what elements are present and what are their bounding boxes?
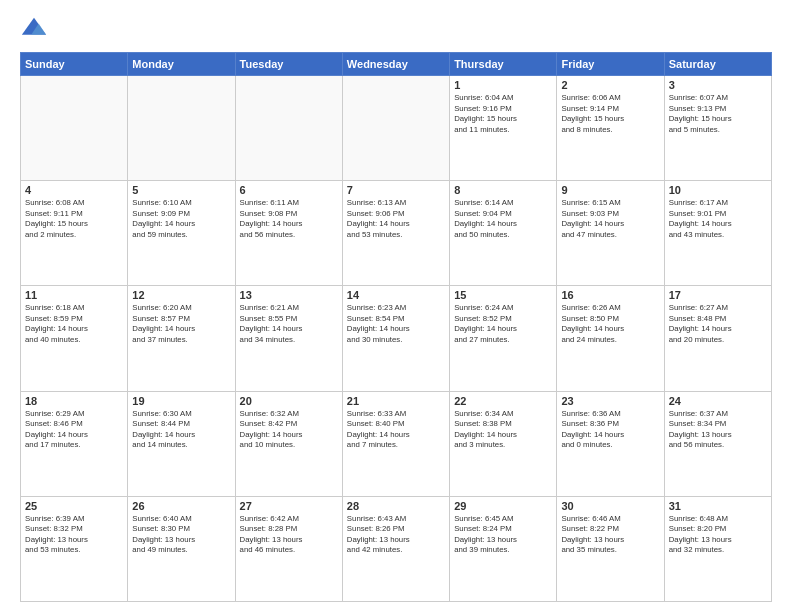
day-number: 27 <box>240 500 338 512</box>
day-number: 11 <box>25 289 123 301</box>
day-number: 31 <box>669 500 767 512</box>
day-info: Sunrise: 6:46 AM Sunset: 8:22 PM Dayligh… <box>561 514 659 556</box>
day-number: 13 <box>240 289 338 301</box>
day-info: Sunrise: 6:08 AM Sunset: 9:11 PM Dayligh… <box>25 198 123 240</box>
calendar-day-cell: 23Sunrise: 6:36 AM Sunset: 8:36 PM Dayli… <box>557 391 664 496</box>
calendar-day-cell: 27Sunrise: 6:42 AM Sunset: 8:28 PM Dayli… <box>235 496 342 601</box>
calendar-week-row: 18Sunrise: 6:29 AM Sunset: 8:46 PM Dayli… <box>21 391 772 496</box>
day-info: Sunrise: 6:39 AM Sunset: 8:32 PM Dayligh… <box>25 514 123 556</box>
day-number: 30 <box>561 500 659 512</box>
calendar-day-cell: 10Sunrise: 6:17 AM Sunset: 9:01 PM Dayli… <box>664 181 771 286</box>
calendar-day-cell: 17Sunrise: 6:27 AM Sunset: 8:48 PM Dayli… <box>664 286 771 391</box>
calendar-day-header: Sunday <box>21 53 128 76</box>
day-info: Sunrise: 6:45 AM Sunset: 8:24 PM Dayligh… <box>454 514 552 556</box>
day-info: Sunrise: 6:34 AM Sunset: 8:38 PM Dayligh… <box>454 409 552 451</box>
calendar-day-cell: 21Sunrise: 6:33 AM Sunset: 8:40 PM Dayli… <box>342 391 449 496</box>
logo <box>20 16 52 44</box>
calendar-day-cell: 2Sunrise: 6:06 AM Sunset: 9:14 PM Daylig… <box>557 76 664 181</box>
calendar-day-cell: 29Sunrise: 6:45 AM Sunset: 8:24 PM Dayli… <box>450 496 557 601</box>
day-number: 2 <box>561 79 659 91</box>
day-info: Sunrise: 6:43 AM Sunset: 8:26 PM Dayligh… <box>347 514 445 556</box>
calendar-week-row: 25Sunrise: 6:39 AM Sunset: 8:32 PM Dayli… <box>21 496 772 601</box>
day-info: Sunrise: 6:37 AM Sunset: 8:34 PM Dayligh… <box>669 409 767 451</box>
calendar-table: SundayMondayTuesdayWednesdayThursdayFrid… <box>20 52 772 602</box>
day-info: Sunrise: 6:15 AM Sunset: 9:03 PM Dayligh… <box>561 198 659 240</box>
day-info: Sunrise: 6:13 AM Sunset: 9:06 PM Dayligh… <box>347 198 445 240</box>
day-number: 6 <box>240 184 338 196</box>
day-info: Sunrise: 6:40 AM Sunset: 8:30 PM Dayligh… <box>132 514 230 556</box>
calendar-day-header: Monday <box>128 53 235 76</box>
calendar-day-cell: 18Sunrise: 6:29 AM Sunset: 8:46 PM Dayli… <box>21 391 128 496</box>
logo-icon <box>20 16 48 44</box>
calendar-week-row: 4Sunrise: 6:08 AM Sunset: 9:11 PM Daylig… <box>21 181 772 286</box>
day-info: Sunrise: 6:29 AM Sunset: 8:46 PM Dayligh… <box>25 409 123 451</box>
day-number: 22 <box>454 395 552 407</box>
day-info: Sunrise: 6:20 AM Sunset: 8:57 PM Dayligh… <box>132 303 230 345</box>
calendar-day-cell <box>128 76 235 181</box>
calendar-week-row: 11Sunrise: 6:18 AM Sunset: 8:59 PM Dayli… <box>21 286 772 391</box>
day-info: Sunrise: 6:26 AM Sunset: 8:50 PM Dayligh… <box>561 303 659 345</box>
calendar-day-cell: 24Sunrise: 6:37 AM Sunset: 8:34 PM Dayli… <box>664 391 771 496</box>
day-number: 16 <box>561 289 659 301</box>
day-info: Sunrise: 6:33 AM Sunset: 8:40 PM Dayligh… <box>347 409 445 451</box>
calendar-week-row: 1Sunrise: 6:04 AM Sunset: 9:16 PM Daylig… <box>21 76 772 181</box>
day-number: 26 <box>132 500 230 512</box>
day-info: Sunrise: 6:04 AM Sunset: 9:16 PM Dayligh… <box>454 93 552 135</box>
calendar-day-cell: 20Sunrise: 6:32 AM Sunset: 8:42 PM Dayli… <box>235 391 342 496</box>
day-info: Sunrise: 6:14 AM Sunset: 9:04 PM Dayligh… <box>454 198 552 240</box>
day-info: Sunrise: 6:32 AM Sunset: 8:42 PM Dayligh… <box>240 409 338 451</box>
day-number: 29 <box>454 500 552 512</box>
page: SundayMondayTuesdayWednesdayThursdayFrid… <box>0 0 792 612</box>
day-number: 1 <box>454 79 552 91</box>
calendar-day-cell: 12Sunrise: 6:20 AM Sunset: 8:57 PM Dayli… <box>128 286 235 391</box>
calendar-day-header: Friday <box>557 53 664 76</box>
calendar-day-cell: 6Sunrise: 6:11 AM Sunset: 9:08 PM Daylig… <box>235 181 342 286</box>
day-number: 3 <box>669 79 767 91</box>
calendar-day-header: Tuesday <box>235 53 342 76</box>
calendar-day-header: Saturday <box>664 53 771 76</box>
day-info: Sunrise: 6:21 AM Sunset: 8:55 PM Dayligh… <box>240 303 338 345</box>
day-number: 21 <box>347 395 445 407</box>
day-number: 20 <box>240 395 338 407</box>
calendar-day-cell: 14Sunrise: 6:23 AM Sunset: 8:54 PM Dayli… <box>342 286 449 391</box>
day-info: Sunrise: 6:06 AM Sunset: 9:14 PM Dayligh… <box>561 93 659 135</box>
calendar-day-cell: 26Sunrise: 6:40 AM Sunset: 8:30 PM Dayli… <box>128 496 235 601</box>
calendar-day-cell: 22Sunrise: 6:34 AM Sunset: 8:38 PM Dayli… <box>450 391 557 496</box>
calendar-day-cell: 3Sunrise: 6:07 AM Sunset: 9:13 PM Daylig… <box>664 76 771 181</box>
day-info: Sunrise: 6:17 AM Sunset: 9:01 PM Dayligh… <box>669 198 767 240</box>
calendar-day-cell: 19Sunrise: 6:30 AM Sunset: 8:44 PM Dayli… <box>128 391 235 496</box>
day-info: Sunrise: 6:42 AM Sunset: 8:28 PM Dayligh… <box>240 514 338 556</box>
day-number: 9 <box>561 184 659 196</box>
day-info: Sunrise: 6:07 AM Sunset: 9:13 PM Dayligh… <box>669 93 767 135</box>
calendar-day-cell: 30Sunrise: 6:46 AM Sunset: 8:22 PM Dayli… <box>557 496 664 601</box>
calendar-day-cell: 9Sunrise: 6:15 AM Sunset: 9:03 PM Daylig… <box>557 181 664 286</box>
day-number: 24 <box>669 395 767 407</box>
day-number: 17 <box>669 289 767 301</box>
day-number: 10 <box>669 184 767 196</box>
day-number: 5 <box>132 184 230 196</box>
header <box>20 16 772 44</box>
day-number: 8 <box>454 184 552 196</box>
day-info: Sunrise: 6:24 AM Sunset: 8:52 PM Dayligh… <box>454 303 552 345</box>
calendar-day-cell: 28Sunrise: 6:43 AM Sunset: 8:26 PM Dayli… <box>342 496 449 601</box>
day-number: 23 <box>561 395 659 407</box>
day-number: 15 <box>454 289 552 301</box>
day-number: 14 <box>347 289 445 301</box>
day-number: 7 <box>347 184 445 196</box>
day-info: Sunrise: 6:23 AM Sunset: 8:54 PM Dayligh… <box>347 303 445 345</box>
calendar-day-cell: 11Sunrise: 6:18 AM Sunset: 8:59 PM Dayli… <box>21 286 128 391</box>
day-number: 18 <box>25 395 123 407</box>
calendar-day-cell: 1Sunrise: 6:04 AM Sunset: 9:16 PM Daylig… <box>450 76 557 181</box>
calendar-day-header: Wednesday <box>342 53 449 76</box>
day-info: Sunrise: 6:48 AM Sunset: 8:20 PM Dayligh… <box>669 514 767 556</box>
calendar-day-cell <box>21 76 128 181</box>
day-number: 25 <box>25 500 123 512</box>
calendar-day-cell <box>342 76 449 181</box>
day-info: Sunrise: 6:10 AM Sunset: 9:09 PM Dayligh… <box>132 198 230 240</box>
calendar-day-header: Thursday <box>450 53 557 76</box>
calendar-day-cell: 5Sunrise: 6:10 AM Sunset: 9:09 PM Daylig… <box>128 181 235 286</box>
calendar-day-cell: 8Sunrise: 6:14 AM Sunset: 9:04 PM Daylig… <box>450 181 557 286</box>
day-info: Sunrise: 6:18 AM Sunset: 8:59 PM Dayligh… <box>25 303 123 345</box>
calendar-day-cell: 16Sunrise: 6:26 AM Sunset: 8:50 PM Dayli… <box>557 286 664 391</box>
day-number: 28 <box>347 500 445 512</box>
